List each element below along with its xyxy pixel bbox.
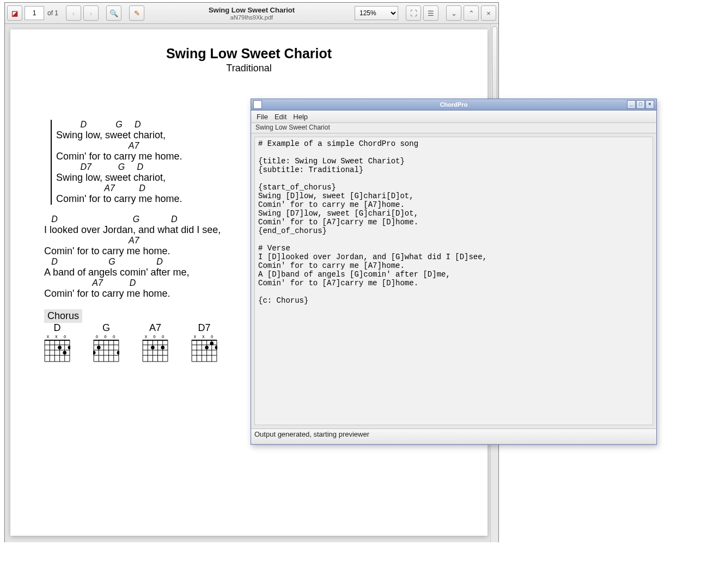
fretboard-icon xyxy=(44,339,70,362)
search-button[interactable]: 🔍 xyxy=(106,5,121,21)
page-of-label: of 1 xyxy=(47,9,58,17)
close-pdf-button[interactable]: × xyxy=(481,5,496,21)
view-mode-icon: ☰ xyxy=(428,9,434,17)
pencil-icon: ✎ xyxy=(134,9,140,17)
chevron-down-icon: ⌄ xyxy=(451,9,457,17)
song-title: Swing Low Sweet Chariot xyxy=(10,46,487,62)
chordpro-tab[interactable]: Swing Low Sweet Chariot xyxy=(255,124,330,131)
svg-point-40 xyxy=(161,346,164,350)
chordpro-statusbar: Output generated, starting previewer xyxy=(251,428,656,443)
chord-name: D xyxy=(44,322,70,334)
fretboard-icon xyxy=(93,339,119,362)
svg-rect-14 xyxy=(94,340,119,341)
chord-name: A7 xyxy=(142,322,168,334)
menu-help[interactable]: Help xyxy=(293,113,308,121)
chordpro-window: ChordPro _ □ × File Edit Help Swing Low … xyxy=(251,99,657,445)
fit-page-icon: ⛶ xyxy=(410,9,417,17)
svg-point-12 xyxy=(68,346,70,350)
song-subtitle: Traditional xyxy=(10,63,487,74)
close-icon: × xyxy=(648,101,651,107)
chevron-up-icon: ⌃ xyxy=(468,9,474,17)
chordpro-titlebar[interactable]: ChordPro _ □ × xyxy=(251,99,656,111)
chorus-label: Chorus xyxy=(44,309,82,323)
chord-diagram: D7 x x o xyxy=(191,322,217,364)
fretboard-icon xyxy=(142,339,168,362)
svg-point-54 xyxy=(215,346,217,350)
page-number-input[interactable] xyxy=(25,6,44,20)
svg-point-13 xyxy=(63,351,66,354)
chord-diagrams: D x x o G o o o xyxy=(44,322,217,364)
chord-name: G xyxy=(93,322,119,334)
svg-point-11 xyxy=(58,346,62,350)
chordpro-editor[interactable]: # Example of a simple ChordPro song {tit… xyxy=(254,137,653,425)
chord-markers: o o o xyxy=(93,335,119,339)
app-icon xyxy=(253,100,262,109)
chord-diagram: D x x o xyxy=(44,322,70,364)
close-button[interactable]: × xyxy=(645,100,654,109)
svg-rect-0 xyxy=(45,340,70,341)
zoom-select[interactable]: 125% xyxy=(355,6,398,20)
view-mode-button[interactable]: ☰ xyxy=(423,5,438,21)
chord-diagram: A7 x o o xyxy=(142,322,168,364)
svg-point-52 xyxy=(210,341,214,345)
next-page-button[interactable]: › xyxy=(83,5,99,21)
scroll-up-button[interactable]: ⌃ xyxy=(464,5,479,21)
pdf-toolbar: ◪ of 1 ‹ › 🔍 ✎ Swing Low Sweet Chariot a… xyxy=(5,3,498,24)
maximize-icon: □ xyxy=(639,101,642,107)
svg-point-27 xyxy=(117,351,119,354)
chordpro-app-title: ChordPro xyxy=(251,101,656,108)
maximize-button[interactable]: □ xyxy=(636,100,645,109)
svg-point-25 xyxy=(97,346,101,350)
chord-markers: x o o xyxy=(142,335,168,339)
menu-edit[interactable]: Edit xyxy=(275,113,287,121)
close-icon: × xyxy=(486,9,491,17)
svg-rect-28 xyxy=(143,340,168,341)
edit-button[interactable]: ✎ xyxy=(129,5,144,21)
chevron-left-icon: ‹ xyxy=(72,9,75,17)
minimize-button[interactable]: _ xyxy=(627,100,636,109)
svg-rect-41 xyxy=(192,340,217,341)
fretboard-icon xyxy=(191,339,217,362)
chord-diagram: G o o o xyxy=(93,322,119,364)
chevron-right-icon: › xyxy=(90,9,92,17)
chordpro-editor-wrap: # Example of a simple ChordPro song {tit… xyxy=(251,133,656,428)
menu-file[interactable]: File xyxy=(257,113,268,121)
fit-page-button[interactable]: ⛶ xyxy=(406,5,421,21)
pdf-logo-icon: ◪ xyxy=(11,9,18,17)
chordpro-tabbar: Swing Low Sweet Chariot xyxy=(251,123,656,133)
scroll-down-button[interactable]: ⌄ xyxy=(446,5,461,21)
pdf-logo-button[interactable]: ◪ xyxy=(7,5,22,21)
chord-name: D7 xyxy=(191,322,217,334)
svg-point-53 xyxy=(205,346,209,350)
chord-markers: x x o xyxy=(191,335,217,339)
minimize-icon: _ xyxy=(630,101,632,107)
svg-point-39 xyxy=(151,346,155,350)
chord-markers: x x o xyxy=(44,335,70,339)
svg-point-26 xyxy=(93,351,95,354)
prev-page-button[interactable]: ‹ xyxy=(66,5,81,21)
chordpro-menubar: File Edit Help xyxy=(251,111,656,123)
search-icon: 🔍 xyxy=(109,9,118,17)
